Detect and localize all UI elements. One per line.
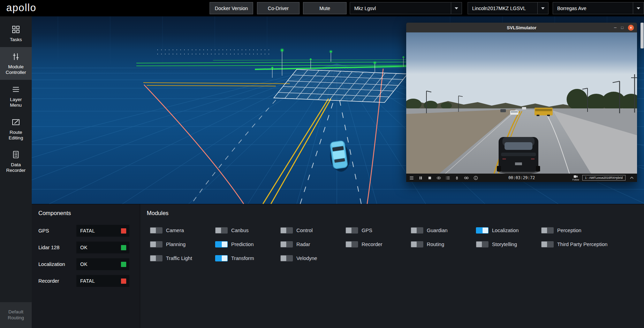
vehicle-select-value: Lincoln2017MKZ LGSVL	[468, 6, 537, 11]
module-toggle-guardian[interactable]: Guardian	[411, 227, 476, 234]
mode-select[interactable]: Mkz Lgsvl	[350, 2, 462, 14]
module-label: Perception	[557, 228, 581, 233]
info-icon[interactable]	[473, 176, 478, 180]
vehicle-select[interactable]: Lincoln2017MKZ LGSVL	[468, 2, 548, 14]
chevron-up-icon[interactable]	[630, 176, 634, 180]
toggle-switch[interactable]	[411, 227, 423, 234]
svl-simulator-window[interactable]: SVLSimulator – □ ×	[406, 23, 637, 182]
module-label: Routing	[427, 242, 444, 247]
module-toggle-traffic-light[interactable]: Traffic Light	[150, 255, 215, 261]
map-select-value: Borregas Ave	[553, 6, 633, 11]
sidebar-item-data-recorder[interactable]: Data Recorder	[0, 145, 32, 178]
toggle-switch[interactable]	[541, 241, 554, 247]
default-routing-button[interactable]: Default Routing	[0, 302, 32, 328]
toggle-switch[interactable]	[476, 241, 488, 247]
module-toggle-planning[interactable]: Planning	[150, 241, 215, 247]
module-label: Guardian	[427, 228, 448, 233]
sidebar-item-tasks[interactable]: Tasks	[0, 20, 32, 47]
maximize-button[interactable]: □	[621, 26, 623, 29]
svl-ego-car	[497, 137, 540, 174]
data-recorder-icon	[11, 150, 21, 159]
map-select[interactable]: Borregas Ave	[553, 2, 644, 14]
svl-window-title: SVLSimulator	[507, 25, 536, 30]
module-toggle-velodyne[interactable]: Velodyne	[280, 255, 346, 261]
toggle-switch[interactable]	[541, 227, 554, 234]
sidebar-item-module-controller[interactable]: Module Controller	[0, 47, 32, 80]
module-label: Radar	[296, 242, 310, 247]
status-badge: FATAL	[76, 225, 129, 237]
toggle-switch[interactable]	[280, 227, 293, 234]
svl-simulator-viewport[interactable]	[406, 32, 637, 174]
status-text: OK	[76, 245, 121, 250]
plug-icon[interactable]	[455, 176, 459, 180]
co-driver-button[interactable]: Co-Driver	[257, 2, 300, 14]
stop-icon[interactable]	[427, 176, 432, 180]
toggle-switch[interactable]	[346, 227, 358, 234]
toggle-switch[interactable]	[280, 241, 293, 247]
docker-version-button[interactable]: Docker Version	[210, 2, 253, 14]
module-toggle-transform[interactable]: Transform	[215, 255, 280, 261]
module-label: Prediction	[231, 242, 253, 247]
sidebar-item-label: Route Editing	[5, 130, 28, 141]
toggle-switch[interactable]	[215, 255, 228, 261]
toggle-switch[interactable]	[215, 241, 228, 247]
status-indicator-square	[121, 228, 126, 234]
modules-panel: Modules Camera Canbus Control GPS Guardi…	[140, 204, 644, 328]
menu-icon[interactable]	[409, 176, 414, 180]
tasks-grid-icon	[11, 25, 21, 34]
module-toggle-localization[interactable]: Localization	[476, 227, 541, 234]
toggle-switch[interactable]	[280, 255, 293, 261]
sidebar-item-label: Module Controller	[5, 64, 28, 75]
status-indicator-square	[121, 262, 126, 267]
list-icon[interactable]	[446, 176, 450, 180]
module-toggle-canbus[interactable]: Canbus	[215, 227, 280, 234]
component-row-gps: GPS FATAL	[38, 225, 129, 237]
module-label: Recorder	[362, 242, 382, 247]
pause-icon[interactable]	[418, 176, 423, 180]
link-icon[interactable]	[464, 176, 469, 180]
module-toggle-control[interactable]: Control	[280, 227, 346, 234]
module-label: Camera	[166, 228, 184, 233]
default-routing-label: Default Routing	[6, 309, 26, 321]
toggle-switch[interactable]	[150, 227, 162, 234]
modules-title: Modules	[140, 204, 644, 216]
vertical-scrollbar-thumb[interactable]	[641, 23, 644, 48]
module-toggle-perception[interactable]: Perception	[541, 227, 606, 234]
module-toggle-prediction[interactable]: Prediction	[215, 241, 280, 247]
toggle-switch[interactable]	[150, 241, 162, 247]
module-toggle-third-party-perception[interactable]: Third Party Perception	[541, 241, 606, 247]
component-row-lidar: Lidar 128 OK	[38, 242, 129, 253]
toggle-switch[interactable]	[476, 227, 488, 234]
sidebar: Tasks Module Controller Layer Menu Route…	[0, 16, 32, 328]
sidebar-item-layer-menu[interactable]: Layer Menu	[0, 80, 32, 113]
camera-mode-label: Follow	[573, 178, 579, 181]
module-toggle-storytelling[interactable]: Storytelling	[476, 241, 541, 247]
status-badge: OK	[76, 258, 129, 270]
component-label: Lidar 128	[38, 245, 76, 250]
toggle-switch[interactable]	[215, 227, 228, 234]
module-toggle-gps[interactable]: GPS	[346, 227, 411, 234]
chevron-down-icon	[537, 2, 548, 14]
modules-grid: Camera Canbus Control GPS Guardian Local…	[150, 223, 644, 265]
toggle-switch[interactable]	[346, 241, 358, 247]
sidebar-item-route-editing[interactable]: Route Editing	[0, 113, 32, 145]
toggle-switch[interactable]	[411, 241, 423, 247]
sidebar-item-label: Layer Menu	[5, 97, 28, 108]
status-indicator-square	[121, 279, 126, 284]
eye-icon[interactable]	[437, 176, 441, 180]
module-toggle-recorder[interactable]: Recorder	[346, 241, 411, 247]
module-label: Traffic Light	[166, 255, 192, 261]
components-title: Components	[32, 204, 140, 216]
svl-window-titlebar[interactable]: SVLSimulator – □ ×	[406, 23, 637, 32]
module-toggle-routing[interactable]: Routing	[411, 241, 476, 247]
chevron-down-icon	[633, 2, 644, 14]
toggle-switch[interactable]	[150, 255, 162, 261]
vehicle-tag: 1 - AWFLexus2016RXHybrid	[582, 175, 626, 181]
mute-button[interactable]: Mute	[303, 2, 347, 14]
camera-follow-control[interactable]: Follow	[573, 175, 579, 181]
module-toggle-camera[interactable]: Camera	[150, 227, 215, 234]
component-row-recorder: Recorder FATAL	[38, 275, 129, 287]
module-toggle-radar[interactable]: Radar	[280, 241, 346, 247]
close-button[interactable]: ×	[628, 25, 634, 31]
minimize-button[interactable]: –	[614, 26, 616, 29]
